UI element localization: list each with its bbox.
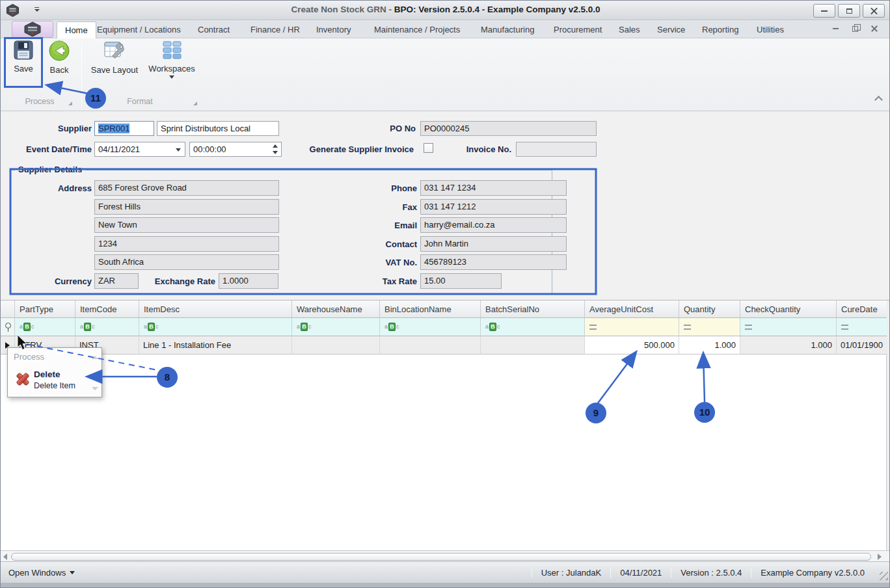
ribbon-group-format[interactable]: Format (85, 97, 195, 106)
close-button[interactable] (863, 4, 885, 18)
grid-header-curedate[interactable]: CureDate (837, 301, 887, 318)
maximize-button[interactable] (838, 4, 860, 18)
address-line-5-field: South Africa (94, 254, 279, 270)
grid-header-itemcode[interactable]: ItemCode (75, 301, 139, 318)
tab-service[interactable]: Service (649, 21, 693, 38)
separator (671, 568, 671, 578)
spin-up-icon[interactable] (273, 144, 278, 148)
filter-quantity[interactable] (679, 318, 740, 336)
email-label: Email (326, 220, 417, 230)
save-button[interactable]: Save (7, 40, 40, 74)
status-bar-right: User : JulandaK 04/11/2021 Version : 2.5… (532, 562, 865, 583)
tab-inventory[interactable]: Inventory (308, 21, 358, 38)
email-field: harry@email.co.za (420, 217, 567, 233)
menu-scroll-down-icon[interactable] (92, 387, 98, 390)
tab-maintenance-projects[interactable]: Maintenance / Projects (366, 21, 468, 38)
context-menu-header: Process (14, 352, 44, 362)
event-date-picker[interactable]: 04/11/2021 (94, 142, 185, 157)
filter-averageunitcost[interactable] (585, 318, 679, 336)
horizontal-scrollbar[interactable] (1, 550, 890, 561)
window-title: Create Non Stock GRN - BPO: Version 2.5.… (1, 5, 890, 14)
context-menu-item-delete[interactable]: Delete (34, 369, 61, 379)
abc-filter-icon: aBc (20, 323, 34, 331)
tab-contract[interactable]: Contract (190, 21, 237, 38)
resize-grip[interactable] (880, 572, 888, 580)
grid-header-warehousename[interactable]: WarehouseName (292, 301, 380, 318)
supplier-code-field[interactable]: SPR001 (94, 121, 154, 136)
grid-header-indicator (1, 301, 15, 318)
fax-field: 031 147 1212 (420, 199, 567, 215)
tab-equipment-locations[interactable]: Equipment / Locations (89, 21, 189, 38)
vat-no-label: VAT No. (326, 258, 417, 267)
equals-filter-icon (745, 325, 752, 330)
tab-procurement[interactable]: Procurement (546, 21, 610, 38)
title-bar: Create Non Stock GRN - BPO: Version 2.5.… (1, 1, 890, 20)
workspaces-button[interactable]: Workspaces (146, 40, 197, 79)
scroll-left-icon[interactable] (3, 554, 7, 560)
chevron-down-icon[interactable] (173, 144, 183, 155)
event-time-spinner[interactable]: 00:00:00 (189, 142, 282, 157)
dialog-launcher-icon[interactable] (193, 101, 197, 105)
ribbon-minimize-button[interactable] (831, 24, 840, 33)
filter-warehousename[interactable]: aBc (292, 318, 380, 336)
cell-itemdesc[interactable]: Line 1 - Installation Fee (139, 336, 292, 354)
grid-header-checkquantity[interactable]: CheckQuantity (740, 301, 837, 318)
tab-sales[interactable]: Sales (611, 21, 648, 38)
filter-batchserialno[interactable]: aBc (481, 318, 585, 336)
invoice-no-field[interactable] (516, 142, 597, 157)
grid-empty-area[interactable] (1, 354, 887, 550)
filter-binlocationname[interactable]: aBc (380, 318, 481, 336)
ribbon-group-process[interactable]: Process (3, 97, 76, 106)
ribbon-body: Save Back Save Layout (1, 38, 890, 111)
ribbon-close-button[interactable] (870, 24, 879, 33)
abc-filter-icon: aBc (80, 323, 95, 331)
application-button[interactable] (12, 21, 53, 38)
exchange-rate-label: Exchange Rate (140, 276, 215, 286)
filter-curedate[interactable] (837, 318, 887, 336)
grid-header-parttype[interactable]: PartType (15, 301, 75, 318)
scrollbar-thumb[interactable] (11, 553, 871, 561)
tab-reporting[interactable]: Reporting (694, 21, 746, 38)
menu-scroll-up-icon[interactable] (92, 356, 98, 359)
phone-label: Phone (326, 183, 417, 193)
tab-utilities[interactable]: Utilities (749, 21, 792, 38)
open-windows-button[interactable]: Open Windows (8, 568, 75, 578)
spin-down-icon[interactable] (273, 151, 278, 154)
filter-checkquantity[interactable] (740, 318, 837, 336)
equals-filter-icon (841, 325, 848, 330)
status-bar: Open Windows User : JulandaK 04/11/2021 … (1, 561, 890, 583)
cell-quantity[interactable]: 1.000 (679, 336, 740, 354)
grid-header-batchserialno[interactable]: BatchSerialNo (481, 301, 585, 318)
grid-header-itemdesc[interactable]: ItemDesc (139, 301, 292, 318)
supplier-name-field[interactable]: Sprint Distributors Local (157, 121, 279, 136)
save-layout-button[interactable]: Save Layout (87, 40, 142, 75)
workspace-tiles-icon (161, 40, 183, 60)
dialog-launcher-icon[interactable] (68, 101, 72, 105)
filter-itemdesc[interactable]: aBc (139, 318, 292, 336)
tab-finance-hr[interactable]: Finance / HR (243, 21, 308, 38)
cell-binlocationname[interactable] (380, 336, 481, 354)
back-button[interactable]: Back (42, 40, 76, 75)
po-no-label: PO No (325, 124, 416, 133)
ribbon-restore-button[interactable] (850, 24, 859, 33)
grid-header-quantity[interactable]: Quantity (679, 301, 740, 318)
contact-label: Contact (326, 239, 417, 249)
minimize-icon (821, 10, 828, 12)
cell-batchserialno[interactable] (481, 336, 585, 354)
spinner-buttons[interactable] (270, 143, 280, 155)
status-user: User : JulandaK (541, 568, 602, 578)
cell-averageunitcost[interactable]: 500.000 (585, 336, 679, 354)
scroll-right-icon[interactable] (878, 554, 882, 560)
vat-no-field: 456789123 (420, 254, 567, 270)
grid-header-binlocationname[interactable]: BinLocationName (380, 301, 481, 318)
collapse-ribbon-icon[interactable] (874, 96, 883, 104)
grid-header-averageunitcost[interactable]: AverageUnitCost (585, 301, 679, 318)
tab-manufacturing[interactable]: Manufacturing (473, 21, 542, 38)
chevron-down-icon (169, 75, 174, 79)
cell-warehousename[interactable] (292, 336, 380, 354)
floppy-disk-icon (13, 40, 34, 60)
minimize-button[interactable] (813, 4, 835, 18)
filter-itemcode[interactable]: aBc (75, 318, 139, 336)
filter-parttype[interactable]: aBc (15, 318, 75, 336)
restore-icon (852, 26, 858, 32)
